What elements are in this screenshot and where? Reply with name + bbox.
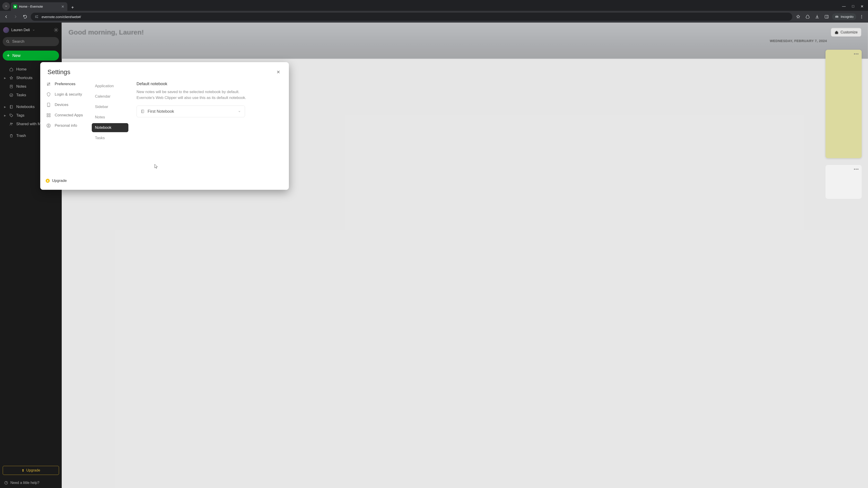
svg-rect-29 bbox=[142, 110, 144, 113]
settings-category-personal-info[interactable]: Personal info bbox=[46, 123, 87, 128]
svg-point-6 bbox=[6, 40, 8, 42]
settings-modal: Settings ✕ Preferences Login & security bbox=[40, 62, 289, 190]
back-button[interactable] bbox=[2, 13, 10, 21]
star-icon bbox=[9, 76, 13, 80]
account-menu[interactable]: Lauren Deli bbox=[0, 25, 62, 35]
site-settings-icon[interactable] bbox=[34, 14, 39, 20]
subtab-label: Calendar bbox=[95, 94, 111, 98]
svg-point-2 bbox=[862, 15, 862, 16]
reload-button[interactable] bbox=[21, 13, 29, 21]
sidebar-item-label: Shortcuts bbox=[16, 76, 33, 80]
browser-tab[interactable]: Home - Evernote ✕ bbox=[11, 2, 67, 11]
settings-gear-icon[interactable] bbox=[54, 28, 59, 33]
notebook-icon bbox=[141, 109, 145, 113]
svg-point-3 bbox=[862, 17, 862, 17]
address-bar[interactable]: evernote.com/client/web#/ bbox=[31, 13, 792, 21]
category-label: Preferences bbox=[55, 82, 75, 86]
prefs-subtab-notebook[interactable]: Notebook bbox=[92, 123, 128, 132]
upgrade-icon bbox=[46, 179, 50, 183]
chevron-right-icon[interactable]: ▶ bbox=[4, 105, 6, 108]
shield-icon bbox=[46, 92, 52, 97]
browser-menu-button[interactable] bbox=[858, 13, 866, 21]
new-tab-button[interactable]: + bbox=[69, 4, 76, 11]
prefs-subtab-application[interactable]: Application bbox=[92, 82, 128, 91]
new-label: New bbox=[12, 53, 21, 58]
svg-point-28 bbox=[48, 125, 49, 126]
search-input[interactable]: Search bbox=[3, 37, 59, 46]
svg-point-4 bbox=[862, 18, 862, 18]
url-text: evernote.com/client/web#/ bbox=[41, 15, 81, 19]
modal-close-button[interactable]: ✕ bbox=[275, 69, 282, 75]
trash-icon bbox=[9, 134, 13, 138]
upgrade-label: Upgrade bbox=[26, 468, 40, 473]
plus-icon: + bbox=[7, 53, 10, 59]
category-label: Devices bbox=[55, 103, 68, 107]
settings-category-login-security[interactable]: Login & security bbox=[46, 92, 87, 97]
avatar bbox=[3, 27, 9, 33]
svg-point-20 bbox=[48, 85, 49, 86]
settings-category-preferences[interactable]: Preferences bbox=[46, 82, 87, 87]
bookmark-star-icon[interactable] bbox=[794, 13, 802, 21]
window-maximize-button[interactable]: □ bbox=[852, 4, 854, 8]
pane-description: New notes will be saved to the selected … bbox=[136, 89, 254, 101]
note-icon bbox=[9, 85, 13, 89]
tag-icon bbox=[9, 113, 13, 118]
browser-titlebar: Home - Evernote ✕ + ― □ ✕ bbox=[0, 0, 868, 11]
search-icon bbox=[6, 39, 10, 43]
svg-rect-0 bbox=[825, 15, 829, 18]
extensions-icon[interactable] bbox=[804, 13, 812, 21]
window-close-button[interactable]: ✕ bbox=[861, 4, 864, 8]
svg-point-19 bbox=[49, 83, 50, 84]
window-minimize-button[interactable]: ― bbox=[842, 4, 846, 8]
sidebar-item-label: Tasks bbox=[16, 93, 26, 97]
default-notebook-select[interactable]: First Notebook bbox=[136, 105, 245, 117]
svg-rect-26 bbox=[49, 116, 51, 117]
category-label: Connected Apps bbox=[55, 113, 83, 118]
home-icon bbox=[9, 67, 13, 71]
tab-close-button[interactable]: ✕ bbox=[60, 4, 65, 9]
prefs-subtab-calendar[interactable]: Calendar bbox=[92, 92, 128, 101]
upgrade-label: Upgrade bbox=[52, 178, 67, 183]
subtab-label: Tasks bbox=[95, 136, 105, 140]
sidebar-item-label: Tags bbox=[16, 113, 24, 118]
user-circle-icon bbox=[46, 123, 52, 128]
category-label: Personal info bbox=[55, 123, 77, 128]
prefs-subtab-notes[interactable]: Notes bbox=[92, 113, 128, 122]
settings-category-connected-apps[interactable]: Connected Apps bbox=[46, 113, 87, 118]
settings-upgrade-link[interactable]: Upgrade bbox=[46, 178, 87, 183]
subtab-label: Application bbox=[95, 84, 114, 88]
svg-point-16 bbox=[12, 123, 13, 124]
prefs-subtab-sidebar[interactable]: Sidebar bbox=[92, 102, 128, 111]
prefs-subtab-tasks[interactable]: Tasks bbox=[92, 133, 128, 142]
chevron-right-icon[interactable]: ▶ bbox=[4, 76, 6, 79]
tab-search-button[interactable] bbox=[2, 2, 10, 10]
selected-notebook: First Notebook bbox=[148, 109, 235, 114]
upgrade-bolt-icon: ⬆ bbox=[22, 468, 24, 473]
help-icon bbox=[4, 481, 8, 485]
svg-point-18 bbox=[6, 484, 6, 484]
search-placeholder: Search bbox=[12, 39, 24, 44]
sidebar-item-label: Notebooks bbox=[16, 105, 35, 109]
forward-button[interactable] bbox=[12, 13, 20, 21]
sidebar-upgrade-button[interactable]: ⬆ Upgrade bbox=[3, 466, 59, 475]
help-link[interactable]: Need a little help? bbox=[0, 478, 62, 488]
sliders-icon bbox=[46, 82, 52, 87]
notebook-icon bbox=[9, 105, 13, 109]
settings-category-devices[interactable]: Devices bbox=[46, 102, 87, 107]
side-panel-icon[interactable] bbox=[823, 13, 831, 21]
chevron-right-icon[interactable]: ▶ bbox=[4, 114, 6, 117]
category-label: Login & security bbox=[55, 92, 82, 97]
sidebar-item-label: Trash bbox=[16, 133, 26, 138]
browser-toolbar: evernote.com/client/web#/ Incognito bbox=[0, 11, 868, 23]
incognito-indicator[interactable]: Incognito bbox=[832, 13, 856, 20]
sidebar-item-label: Shared with Me bbox=[16, 122, 43, 126]
chevron-down-icon bbox=[238, 109, 241, 113]
new-note-button[interactable]: + New bbox=[3, 51, 59, 61]
pane-heading: Default notebook bbox=[136, 82, 280, 86]
evernote-favicon-icon bbox=[13, 4, 17, 8]
subtab-label: Sidebar bbox=[95, 105, 108, 109]
incognito-label: Incognito bbox=[841, 15, 854, 19]
people-icon bbox=[9, 122, 13, 126]
downloads-icon[interactable] bbox=[813, 13, 821, 21]
svg-rect-23 bbox=[47, 113, 49, 115]
